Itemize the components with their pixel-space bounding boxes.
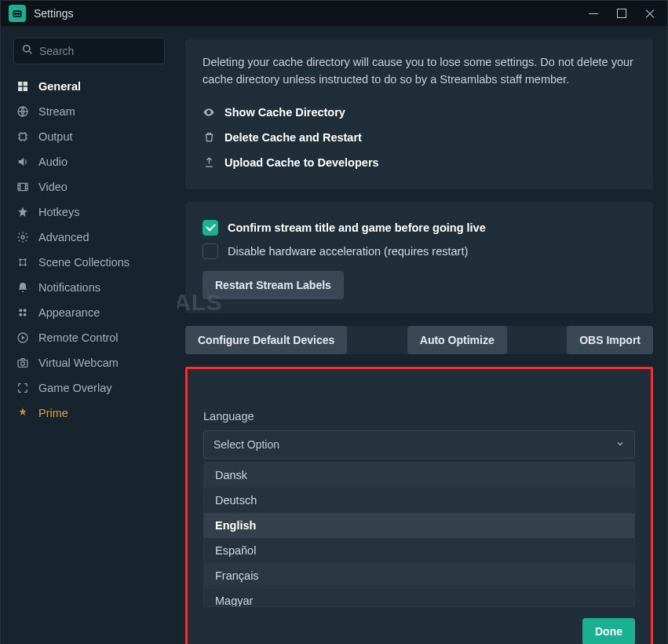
svg-point-2 (18, 13, 20, 15)
volume-icon (16, 156, 29, 168)
svg-point-16 (24, 264, 27, 266)
confirm-title-label: Confirm stream title and game before goi… (228, 221, 486, 234)
upload-icon (203, 156, 215, 168)
language-dropdown[interactable]: DanskDeutschEnglishEspañolFrançaisMagyar (203, 462, 635, 607)
star-icon (16, 206, 29, 218)
disable-hw-label: Disable hardware acceleration (requires … (228, 245, 468, 258)
sidebar-item-label: Prime (38, 407, 68, 419)
trash-icon (203, 131, 215, 143)
svg-point-14 (24, 258, 27, 261)
sidebar-item-label: Appearance (38, 306, 100, 319)
sidebar-item-label: General (38, 80, 81, 93)
svg-point-19 (19, 313, 22, 317)
sidebar-item-virtual-webcam[interactable]: Virtual Webcam (1, 350, 177, 375)
configure-devices-button[interactable]: Configure Default Devices (185, 326, 347, 354)
svg-rect-7 (18, 87, 22, 91)
svg-line-4 (29, 51, 32, 54)
sidebar-item-prime[interactable]: Prime (1, 401, 177, 426)
obs-import-button[interactable]: OBS Import (567, 326, 653, 354)
sidebar-item-audio[interactable]: Audio (1, 149, 177, 174)
language-option[interactable]: Español (204, 538, 634, 563)
restart-labels-button[interactable]: Restart Stream Labels (203, 271, 344, 299)
remote-icon (16, 331, 29, 344)
sidebar: GeneralStreamOutputAudioVideoHotkeysAdva… (1, 27, 177, 644)
sidebar-item-game-overlay[interactable]: Game Overlay (1, 375, 177, 401)
app-logo-icon (9, 5, 26, 22)
main-panel: Deleting your cache directory will cause… (177, 27, 667, 644)
sidebar-item-label: Hotkeys (38, 206, 79, 218)
svg-point-20 (24, 313, 27, 317)
maximize-button[interactable] (608, 1, 636, 26)
show-cache-label: Show Cache Directory (224, 106, 345, 119)
language-option[interactable]: Français (204, 563, 634, 588)
sidebar-item-label: Advanced (38, 231, 89, 243)
appearance-icon (16, 306, 29, 319)
sidebar-item-label: Remote Control (38, 331, 119, 344)
window-title: Settings (34, 7, 579, 20)
sidebar-item-hotkeys[interactable]: Hotkeys (1, 199, 177, 225)
svg-point-24 (21, 362, 25, 366)
svg-point-15 (19, 264, 21, 266)
delete-cache-label: Delete Cache and Restart (224, 131, 362, 144)
minimize-button[interactable] (579, 1, 608, 26)
svg-point-12 (21, 236, 24, 239)
sidebar-item-label: Notifications (38, 281, 100, 294)
eye-icon (203, 106, 215, 119)
search-input-wrap[interactable] (13, 38, 165, 64)
search-icon (22, 44, 33, 58)
stream-card: Confirm stream title and game before goi… (185, 202, 653, 313)
svg-rect-11 (18, 183, 27, 190)
svg-point-18 (24, 309, 27, 312)
language-option[interactable]: English (204, 513, 634, 538)
svg-point-3 (24, 46, 30, 52)
sidebar-item-remote-control[interactable]: Remote Control (1, 325, 177, 350)
disable-hw-row[interactable]: Disable hardware acceleration (requires … (203, 240, 636, 263)
upload-cache-button[interactable]: Upload Cache to Developers (203, 150, 636, 175)
language-select[interactable]: Select Option (203, 430, 635, 459)
auto-optimize-button[interactable]: Auto Optimize (407, 326, 507, 354)
svg-point-13 (19, 258, 21, 261)
sidebar-item-scene-collections[interactable]: Scene Collections (1, 250, 177, 275)
collections-icon (16, 256, 29, 269)
sidebar-item-video[interactable]: Video (1, 174, 177, 199)
grid-icon (16, 80, 29, 93)
sidebar-item-stream[interactable]: Stream (1, 99, 177, 124)
confirm-title-checkbox[interactable] (203, 220, 218, 236)
svg-rect-5 (18, 82, 22, 86)
search-input[interactable] (39, 45, 177, 57)
film-icon (16, 181, 29, 193)
svg-point-1 (15, 13, 16, 15)
language-option[interactable]: Deutsch (204, 488, 634, 513)
delete-cache-button[interactable]: Delete Cache and Restart (203, 125, 636, 150)
sidebar-item-notifications[interactable]: Notifications (1, 275, 177, 300)
sidebar-item-label: Virtual Webcam (38, 357, 119, 369)
overlay-icon (16, 382, 29, 394)
sidebar-item-advanced[interactable]: Advanced (1, 225, 177, 250)
cache-warning-text: Deleting your cache directory will cause… (203, 53, 636, 89)
bell-icon (16, 281, 29, 294)
sidebar-item-general[interactable]: General (1, 74, 177, 99)
sidebar-item-appearance[interactable]: Appearance (1, 300, 177, 325)
globe-icon (16, 105, 29, 118)
language-option[interactable]: Dansk (204, 463, 634, 488)
actions-card: Configure Default Devices Auto Optimize … (185, 326, 653, 354)
svg-marker-22 (22, 335, 25, 339)
prime-icon (16, 407, 29, 419)
show-cache-button[interactable]: Show Cache Directory (203, 100, 636, 125)
camera-icon (16, 357, 29, 369)
svg-point-17 (19, 309, 22, 312)
svg-rect-10 (20, 134, 26, 140)
language-card: A PUALS Language Select Option DanskDeut… (185, 367, 653, 644)
sidebar-item-label: Stream (38, 105, 75, 118)
cache-card: Deleting your cache directory will cause… (185, 39, 653, 189)
svg-rect-8 (24, 87, 27, 91)
sidebar-item-label: Output (38, 130, 73, 143)
language-select-value: Select Option (214, 438, 279, 451)
close-button[interactable] (636, 1, 664, 26)
confirm-title-row[interactable]: Confirm stream title and game before goi… (203, 216, 636, 240)
sidebar-item-label: Game Overlay (38, 382, 111, 394)
sidebar-item-output[interactable]: Output (1, 124, 177, 149)
language-option[interactable]: Magyar (204, 588, 634, 607)
disable-hw-checkbox[interactable] (203, 243, 218, 259)
done-button[interactable]: Done (582, 618, 635, 644)
